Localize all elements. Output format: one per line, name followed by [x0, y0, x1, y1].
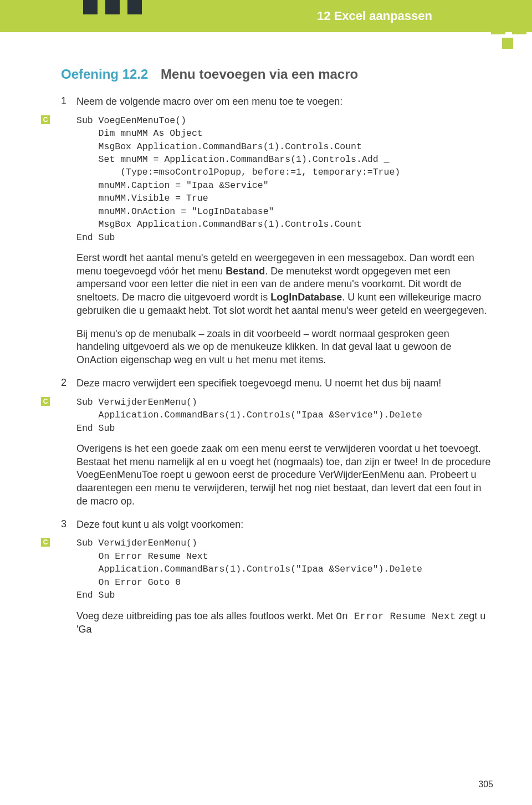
- step-1: 1 Neem de volgende macro over om een men…: [61, 95, 493, 109]
- code-listing: Sub VerwijderEenMenu() On Error Resume N…: [76, 537, 493, 602]
- decor-square: [502, 38, 513, 49]
- paragraph: Bij menu's op de menubalk – zoals in dit…: [76, 328, 493, 367]
- paragraph: Overigens is het een goede zaak om een m…: [76, 442, 493, 508]
- code-block-2: C Sub VerwijderEenMenu() Application.Com…: [61, 396, 493, 435]
- step-number: 1: [61, 95, 76, 109]
- page-content: Oefening 12.2 Menu toevoegen via een mac…: [61, 67, 493, 646]
- exercise-title: Menu toevoegen via een macro: [161, 67, 358, 81]
- code-badge-icon: C: [41, 538, 50, 547]
- exercise-heading: Oefening 12.2 Menu toevoegen via een mac…: [61, 67, 493, 82]
- para-bold: Bestand: [226, 266, 265, 277]
- chapter-title: 12 Excel aanpassen: [317, 9, 432, 23]
- decor-square: [127, 0, 142, 14]
- code-badge-icon: C: [41, 115, 50, 124]
- decor-square: [491, 20, 505, 34]
- paragraph: Voeg deze uitbreiding pas toe als alles …: [76, 610, 493, 637]
- code-badge-icon: C: [41, 397, 50, 406]
- code-block-3: C Sub VerwijderEenMenu() On Error Resume…: [61, 537, 493, 602]
- step-number: 2: [61, 377, 76, 390]
- decor-square: [512, 20, 526, 34]
- step-text: Deze macro verwijdert een specifiek toeg…: [76, 377, 493, 390]
- para-bold: LogInDatabase: [270, 292, 342, 303]
- chapter-header: 12 Excel aanpassen: [0, 0, 532, 32]
- para-text: Voeg deze uitbreiding pas toe als alles …: [76, 610, 336, 621]
- inline-code: On Error Resume Next: [336, 611, 456, 622]
- exercise-number: Oefening 12.2: [61, 67, 148, 81]
- step-2: 2 Deze macro verwijdert een specifiek to…: [61, 377, 493, 390]
- page-number: 305: [478, 779, 493, 789]
- step-number: 3: [61, 518, 76, 532]
- code-listing: Sub VerwijderEenMenu() Application.Comma…: [76, 396, 493, 435]
- code-block-1: C Sub VoegEenMenuToe() Dim mnuMM As Obje…: [61, 114, 493, 244]
- step-text: Neem de volgende macro over om een menu …: [76, 95, 493, 109]
- decor-square: [83, 0, 98, 14]
- step-text: Deze fout kunt u als volgt voorkomen:: [76, 518, 493, 532]
- step-3: 3 Deze fout kunt u als volgt voorkomen:: [61, 518, 493, 532]
- decor-square: [105, 0, 120, 14]
- paragraph: Eerst wordt het aantal menu's geteld en …: [76, 252, 493, 318]
- code-listing: Sub VoegEenMenuToe() Dim mnuMM As Object…: [76, 114, 493, 244]
